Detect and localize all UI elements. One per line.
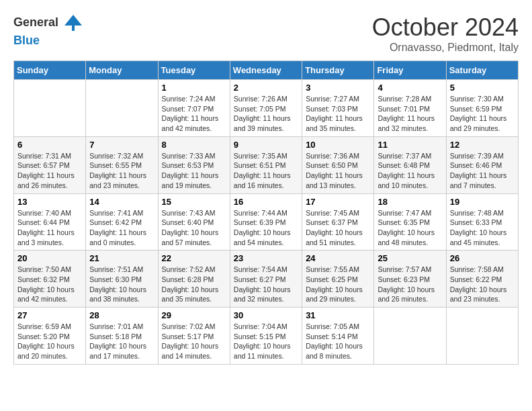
day-info: Sunrise: 7:04 AMSunset: 5:15 PMDaylight:… [234,322,298,361]
calendar-cell: 12Sunrise: 7:39 AMSunset: 6:46 PMDayligh… [446,136,518,193]
day-number: 11 [378,140,442,150]
day-info: Sunrise: 7:05 AMSunset: 5:14 PMDaylight:… [306,322,370,361]
calendar-cell: 13Sunrise: 7:40 AMSunset: 6:44 PMDayligh… [14,193,86,250]
day-info: Sunrise: 7:40 AMSunset: 6:44 PMDaylight:… [17,208,82,248]
calendar-cell: 14Sunrise: 7:41 AMSunset: 6:42 PMDayligh… [86,193,158,250]
day-number: 3 [306,83,370,93]
day-info: Sunrise: 7:39 AMSunset: 6:46 PMDaylight:… [450,151,515,191]
calendar-header-row: SundayMondayTuesdayWednesdayThursdayFrid… [14,61,519,80]
day-number: 4 [378,83,442,93]
calendar-cell: 23Sunrise: 7:54 AMSunset: 6:27 PMDayligh… [230,250,302,308]
day-number: 27 [17,310,82,320]
day-number: 16 [234,197,298,207]
calendar-cell: 28Sunrise: 7:01 AMSunset: 5:18 PMDayligh… [86,308,158,365]
day-info: Sunrise: 7:48 AMSunset: 6:33 PMDaylight:… [450,208,515,248]
day-info: Sunrise: 7:50 AMSunset: 6:32 PMDaylight:… [17,265,82,304]
day-number: 8 [162,140,226,150]
calendar-week-4: 20Sunrise: 7:50 AMSunset: 6:32 PMDayligh… [14,250,519,308]
day-number: 5 [450,83,515,93]
calendar-header-sunday: Sunday [14,61,86,80]
day-info: Sunrise: 7:32 AMSunset: 6:55 PMDaylight:… [89,151,154,191]
day-number: 20 [17,253,82,263]
calendar-table: SundayMondayTuesdayWednesdayThursdayFrid… [13,60,519,365]
day-info: Sunrise: 7:37 AMSunset: 6:48 PMDaylight:… [378,151,442,191]
day-number: 9 [234,140,298,150]
location-title: Ornavasso, Piedmont, Italy [372,42,519,54]
day-number: 25 [378,253,442,263]
title-area: October 2024 Ornavasso, Piedmont, Italy [372,13,519,54]
day-number: 28 [89,310,154,320]
day-info: Sunrise: 7:02 AMSunset: 5:17 PMDaylight:… [162,322,226,361]
day-info: Sunrise: 7:31 AMSunset: 6:57 PMDaylight:… [17,151,82,191]
calendar-cell: 15Sunrise: 7:43 AMSunset: 6:40 PMDayligh… [158,193,230,250]
day-info: Sunrise: 7:52 AMSunset: 6:28 PMDaylight:… [162,265,226,304]
day-info: Sunrise: 7:51 AMSunset: 6:30 PMDaylight:… [89,265,154,304]
day-number: 14 [89,197,154,207]
logo-general: General [13,17,83,28]
month-title: October 2024 [372,13,519,42]
calendar-cell: 10Sunrise: 7:36 AMSunset: 6:50 PMDayligh… [302,136,374,193]
day-info: Sunrise: 7:58 AMSunset: 6:22 PMDaylight:… [450,265,515,304]
day-number: 19 [450,197,515,207]
day-number: 23 [234,253,298,263]
calendar-cell: 20Sunrise: 7:50 AMSunset: 6:32 PMDayligh… [14,250,86,308]
calendar-header-saturday: Saturday [446,61,518,80]
day-info: Sunrise: 7:35 AMSunset: 6:51 PMDaylight:… [234,151,298,191]
header: General Blue October 2024 Ornavasso, Pie… [13,13,519,54]
calendar-cell: 21Sunrise: 7:51 AMSunset: 6:30 PMDayligh… [86,250,158,308]
day-number: 12 [450,140,515,150]
day-info: Sunrise: 7:30 AMSunset: 6:59 PMDaylight:… [450,94,515,134]
calendar-week-3: 13Sunrise: 7:40 AMSunset: 6:44 PMDayligh… [14,193,519,250]
calendar-cell: 8Sunrise: 7:33 AMSunset: 6:53 PMDaylight… [158,136,230,193]
calendar-cell: 2Sunrise: 7:26 AMSunset: 7:05 PMDaylight… [230,80,302,137]
calendar-cell: 31Sunrise: 7:05 AMSunset: 5:14 PMDayligh… [302,308,374,365]
day-number: 10 [306,140,370,150]
day-number: 22 [162,253,226,263]
day-number: 7 [89,140,154,150]
day-info: Sunrise: 7:24 AMSunset: 7:07 PMDaylight:… [162,94,226,134]
calendar-header-wednesday: Wednesday [230,61,302,80]
day-info: Sunrise: 7:47 AMSunset: 6:35 PMDaylight:… [378,208,442,248]
calendar-cell: 27Sunrise: 6:59 AMSunset: 5:20 PMDayligh… [14,308,86,365]
day-info: Sunrise: 7:43 AMSunset: 6:40 PMDaylight:… [162,208,226,248]
day-info: Sunrise: 6:59 AMSunset: 5:20 PMDaylight:… [17,322,82,361]
day-number: 21 [89,253,154,263]
day-number: 26 [450,253,515,263]
day-info: Sunrise: 7:28 AMSunset: 7:01 PMDaylight:… [378,94,442,134]
day-info: Sunrise: 7:57 AMSunset: 6:23 PMDaylight:… [378,265,442,304]
calendar-cell: 7Sunrise: 7:32 AMSunset: 6:55 PMDaylight… [86,136,158,193]
logo-text: General Blue [13,13,83,48]
day-number: 15 [162,197,226,207]
day-number: 1 [162,83,226,93]
calendar-cell: 26Sunrise: 7:58 AMSunset: 6:22 PMDayligh… [446,250,518,308]
calendar-header-monday: Monday [86,61,158,80]
calendar-cell: 16Sunrise: 7:44 AMSunset: 6:39 PMDayligh… [230,193,302,250]
calendar-week-1: 1Sunrise: 7:24 AMSunset: 7:07 PMDaylight… [14,80,519,137]
calendar-cell: 6Sunrise: 7:31 AMSunset: 6:57 PMDaylight… [14,136,86,193]
day-info: Sunrise: 7:36 AMSunset: 6:50 PMDaylight:… [306,151,370,191]
calendar-cell [86,80,158,137]
day-info: Sunrise: 7:54 AMSunset: 6:27 PMDaylight:… [234,265,298,304]
calendar-cell: 17Sunrise: 7:45 AMSunset: 6:37 PMDayligh… [302,193,374,250]
day-info: Sunrise: 7:44 AMSunset: 6:39 PMDaylight:… [234,208,298,248]
day-info: Sunrise: 7:27 AMSunset: 7:03 PMDaylight:… [306,94,370,134]
day-info: Sunrise: 7:45 AMSunset: 6:37 PMDaylight:… [306,208,370,248]
calendar-header-thursday: Thursday [302,61,374,80]
svg-rect-1 [72,26,75,31]
logo: General Blue [13,13,83,48]
calendar-cell [446,308,518,365]
calendar-cell: 18Sunrise: 7:47 AMSunset: 6:35 PMDayligh… [374,193,446,250]
day-number: 17 [306,197,370,207]
calendar-cell: 5Sunrise: 7:30 AMSunset: 6:59 PMDaylight… [446,80,518,137]
day-number: 2 [234,83,298,93]
calendar-cell: 24Sunrise: 7:55 AMSunset: 6:25 PMDayligh… [302,250,374,308]
calendar-cell: 3Sunrise: 7:27 AMSunset: 7:03 PMDaylight… [302,80,374,137]
logo-blue: Blue [13,34,40,47]
day-number: 13 [17,197,82,207]
calendar-cell: 1Sunrise: 7:24 AMSunset: 7:07 PMDaylight… [158,80,230,137]
day-info: Sunrise: 7:01 AMSunset: 5:18 PMDaylight:… [89,322,154,361]
calendar-cell: 22Sunrise: 7:52 AMSunset: 6:28 PMDayligh… [158,250,230,308]
calendar-cell: 25Sunrise: 7:57 AMSunset: 6:23 PMDayligh… [374,250,446,308]
calendar-cell: 9Sunrise: 7:35 AMSunset: 6:51 PMDaylight… [230,136,302,193]
calendar-week-5: 27Sunrise: 6:59 AMSunset: 5:20 PMDayligh… [14,308,519,365]
